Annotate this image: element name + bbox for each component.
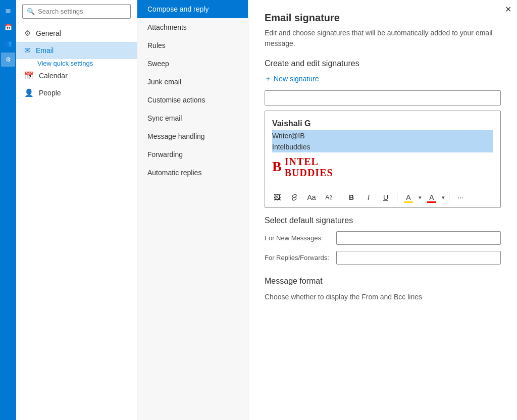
highlight-underline bbox=[404, 201, 413, 203]
app-container: ✉ 📅 👥 ⚙ 🔍 ⚙ General ✉ Email View quick s… bbox=[0, 0, 517, 420]
email-signature-desc: Edit and choose signatures that will be … bbox=[265, 28, 501, 49]
sig-name-line: Vaishali G bbox=[272, 117, 493, 130]
message-format-title: Message format bbox=[265, 277, 501, 286]
submenu-forwarding[interactable]: Forwarding bbox=[137, 145, 248, 164]
message-format-section: Message format Choose whether to display… bbox=[265, 277, 501, 302]
new-messages-row: For New Messages: bbox=[265, 231, 501, 245]
nav-item-people[interactable]: 👤 People bbox=[16, 84, 137, 101]
sig-line1: Writer@IB bbox=[272, 130, 493, 141]
sig-logo: B INTEL BUDDIES bbox=[272, 155, 493, 178]
font-color-underline bbox=[427, 201, 436, 203]
replies-forwards-row: For Replies/Forwards: bbox=[265, 251, 501, 265]
toolbar-italic-button[interactable]: I bbox=[361, 190, 376, 204]
icon-bar-calendar[interactable]: 📅 bbox=[1, 20, 15, 34]
submenu-sync-email[interactable]: Sync email bbox=[137, 109, 248, 127]
font-color-dropdown-icon[interactable]: ▾ bbox=[442, 194, 445, 201]
submenu-sweep[interactable]: Sweep bbox=[137, 55, 248, 73]
replies-forwards-label: For Replies/Forwards: bbox=[265, 254, 330, 261]
search-icon: 🔍 bbox=[27, 8, 35, 15]
nav-label-general: General bbox=[36, 29, 61, 37]
toolbar-highlight-button[interactable]: A bbox=[401, 190, 416, 204]
submenu-rules[interactable]: Rules bbox=[137, 36, 248, 55]
nav-label-calendar: Calendar bbox=[39, 72, 68, 80]
submenu-junk-email[interactable]: Junk email bbox=[137, 73, 248, 91]
icon-bar-people[interactable]: 👥 bbox=[1, 36, 15, 50]
toolbar-separator-2 bbox=[397, 193, 397, 202]
nav-items: ⚙ General ✉ Email View quick settings 📅 … bbox=[16, 23, 137, 103]
logo-buddies: BUDDIES bbox=[285, 167, 333, 178]
highlight-dropdown-icon[interactable]: ▾ bbox=[419, 194, 422, 201]
submenu-automatic-replies[interactable]: Automatic replies bbox=[137, 164, 248, 182]
icon-bar: ✉ 📅 👥 ⚙ bbox=[0, 0, 16, 420]
search-input[interactable] bbox=[38, 8, 126, 15]
search-box-container: 🔍 bbox=[22, 4, 131, 19]
view-quick-settings-link[interactable]: View quick settings bbox=[16, 57, 101, 70]
new-messages-input[interactable] bbox=[336, 231, 501, 245]
toolbar-font-color-button[interactable]: A bbox=[425, 190, 439, 204]
settings-sidebar: 🔍 ⚙ General ✉ Email View quick settings … bbox=[16, 0, 137, 420]
submenu-message-handling[interactable]: Message handling bbox=[137, 127, 248, 145]
default-signatures-section: Select default signatures For New Messag… bbox=[265, 216, 501, 265]
logo-intel: INTEL bbox=[285, 156, 333, 167]
new-signature-label: New signature bbox=[274, 75, 319, 83]
submenu-attachments[interactable]: Attachments bbox=[137, 18, 248, 36]
signature-editor: Vaishali G Writer@IB Intelbuddies B INTE… bbox=[265, 111, 501, 208]
close-button[interactable]: ✕ bbox=[501, 2, 515, 16]
toolbar-separator-1 bbox=[340, 193, 340, 202]
new-signature-plus-icon: ＋ bbox=[265, 74, 272, 83]
sig-toolbar: 🖼 Aa A2 B bbox=[265, 187, 500, 207]
email-signature-title: Email signature bbox=[265, 12, 501, 24]
toolbar-bold-button[interactable]: B bbox=[344, 190, 358, 204]
new-messages-label: For New Messages: bbox=[265, 234, 330, 242]
sig-line2: Intelbuddies bbox=[272, 141, 493, 152]
nav-label-people: People bbox=[39, 89, 61, 97]
default-signatures-title: Select default signatures bbox=[265, 216, 501, 225]
email-icon: ✉ bbox=[24, 46, 31, 55]
icon-bar-settings[interactable]: ⚙ bbox=[1, 52, 15, 67]
toolbar-more-button[interactable]: ··· bbox=[453, 190, 468, 204]
people-icon: 👤 bbox=[24, 88, 34, 97]
toolbar-image-button[interactable]: 🖼 bbox=[270, 190, 284, 204]
toolbar-superscript-button[interactable]: A2 bbox=[322, 190, 336, 204]
general-icon: ⚙ bbox=[24, 29, 31, 38]
replies-forwards-input[interactable] bbox=[336, 251, 501, 265]
main-content: ✕ Email signature Edit and choose signat… bbox=[248, 0, 517, 420]
toolbar-font-size-button[interactable]: Aa bbox=[304, 190, 319, 204]
nav-label-email: Email bbox=[36, 46, 54, 55]
nav-item-general[interactable]: ⚙ General bbox=[16, 25, 137, 42]
toolbar-underline-button[interactable]: U bbox=[379, 190, 393, 204]
submenu-customise-actions[interactable]: Customise actions bbox=[137, 91, 248, 109]
message-format-desc: Choose whether to display the From and B… bbox=[265, 292, 501, 302]
logo-b-icon: B bbox=[272, 155, 282, 178]
submenu-col: Compose and reply Attachments Rules Swee… bbox=[137, 0, 248, 420]
create-edit-signatures-label: Create and edit signatures bbox=[265, 59, 501, 68]
icon-bar-mail[interactable]: ✉ bbox=[1, 4, 15, 18]
new-signature-button[interactable]: ＋ New signature bbox=[265, 74, 319, 83]
toolbar-link-button[interactable] bbox=[287, 190, 301, 204]
email-signature-section: Email signature Edit and choose signatur… bbox=[265, 12, 501, 208]
sig-content[interactable]: Vaishali G Writer@IB Intelbuddies B INTE… bbox=[265, 111, 500, 187]
logo-text: INTEL BUDDIES bbox=[285, 156, 333, 178]
signature-name-input[interactable]: Signature 1 bbox=[265, 90, 501, 106]
calendar-icon: 📅 bbox=[24, 71, 34, 80]
submenu-compose-reply[interactable]: Compose and reply bbox=[137, 0, 248, 18]
toolbar-separator-3 bbox=[449, 193, 449, 202]
